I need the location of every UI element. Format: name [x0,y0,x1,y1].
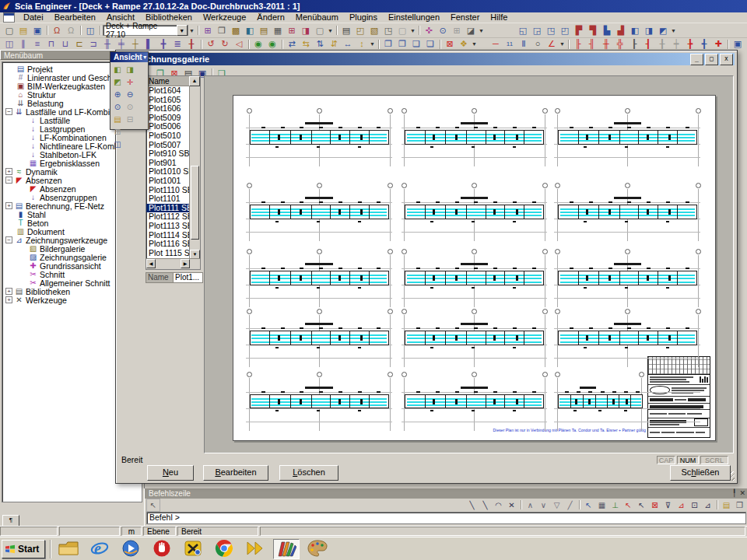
name-field-value[interactable]: Plot1... [174,272,203,283]
member-tool-2-icon[interactable]: ∥ [16,37,30,51]
modify-1-icon[interactable]: ↺ [204,37,218,51]
app-titlebar[interactable]: Scia Engineer - [Deck + Rampe 27.10.12-2… [0,0,747,12]
collapse-icon[interactable]: − [5,236,12,243]
zoom-selection-icon[interactable]: ⊙ [124,101,136,114]
member-tool-13-icon[interactable]: ≣ [170,37,184,51]
taskbar-item-paint-palette[interactable] [304,539,331,559]
win-arrange-3-icon[interactable]: ◳ [544,24,558,37]
member-tool-4-icon[interactable]: ⊓ [44,37,58,51]
rebar-7-icon[interactable]: ╂ [655,37,669,51]
drawing-preview[interactable]: Dieser Plan ist nur in Verbindung mit Pl… [204,75,734,453]
rebar-4-icon[interactable]: ╬ [613,37,627,51]
zoom-all-icon[interactable]: ⊙ [111,101,124,114]
list-item[interactable]: Plot1113 SB [146,222,190,231]
snap-cursor-icon[interactable]: ↖ [582,499,595,512]
tool-gallery-icon[interactable]: ▤ [257,24,271,37]
member-tool-1-icon[interactable]: ◫ [2,37,16,51]
view-x-icon[interactable]: ◧ [111,64,124,76]
expand-icon[interactable]: + [5,288,12,295]
snap-cross-icon[interactable]: ✕ [505,499,518,512]
taskbar-item-scia-engineer[interactable] [273,539,300,559]
expand-icon[interactable]: + [5,296,12,303]
angle-tool-icon[interactable]: ∠ [545,37,559,51]
combo-dropdown-icon[interactable]: ▼ [177,25,188,36]
grid-icon[interactable]: ⊞ [450,24,464,37]
tool-frame-icon[interactable]: ◨ [299,24,313,37]
circle-tool-icon[interactable]: ○ [531,37,545,51]
collapse-icon[interactable]: − [5,177,12,184]
undo-icon[interactable]: Ω [50,24,64,37]
project-combo[interactable]: Deck + Rampe 27.10▼ [103,25,188,36]
pin-panel-icon[interactable]: ╿ [732,488,736,499]
snap-tan-icon[interactable]: ⊿ [675,499,688,512]
list-item[interactable]: Plot 1115 SB [146,249,190,258]
rebar-9-icon[interactable]: ╊ [683,37,697,51]
member-tool-10-icon[interactable]: ┼ [128,37,142,51]
modify-2-icon[interactable]: ↻ [218,37,232,51]
move-2-icon[interactable]: ⇆ [299,37,313,51]
scroll-right-icon[interactable]: ▶ [181,259,190,268]
snap-grid-icon[interactable]: ▦ [595,499,608,512]
menu-item-menbaum[interactable]: Menübaum [290,12,344,23]
document-icon[interactable]: ◳ [381,24,395,37]
list-item[interactable]: Plot5010 [146,131,190,141]
rebar-1-icon[interactable]: ╟ [571,37,585,51]
delete-tool-icon[interactable]: ⊠ [443,37,457,51]
snap-list-icon[interactable]: ❐ [733,499,746,512]
menu-item-einstellungen[interactable]: Einstellungen [383,12,445,23]
member-tool-5-icon[interactable]: ⊔ [58,37,72,51]
move-1-icon[interactable]: ⇄ [285,37,299,51]
rebar-8-icon[interactable]: ┿ [669,37,683,51]
list-item[interactable]: Plot910 SB [146,149,190,159]
mark-tool-icon[interactable]: ❖ [457,37,471,51]
expand-icon[interactable]: + [5,202,12,209]
tool-section-icon[interactable]: ◧ [243,24,257,37]
line-tool-icon[interactable]: ─ [489,37,503,51]
list-item[interactable]: Plot1001 [146,177,190,186]
member-tool-8-icon[interactable]: ╫ [100,37,114,51]
taskbar-item-red-hand[interactable] [149,539,175,559]
snap-folder-icon[interactable]: ▤ [720,499,733,512]
rebar-5-icon[interactable]: ┠ [627,37,641,51]
menu-item-plugins[interactable]: Plugins [344,12,383,23]
win-arrange-7-icon[interactable]: ▙ [600,24,614,37]
win-arrange-1-icon[interactable]: ◱ [516,24,530,37]
maximize-button[interactable]: □ [705,54,718,65]
cascade-1-icon[interactable]: ❐ [381,37,395,51]
new-icon[interactable]: ▢ [2,24,16,37]
expand-icon[interactable]: + [5,168,12,175]
neu-button[interactable]: Neu [147,465,194,481]
vertical-scrollbar[interactable]: ▼ [189,86,200,259]
child-window-icon[interactable] [3,12,15,23]
ansicht-palette-titlebar[interactable]: Ansicht ▼ [110,52,148,62]
list-item[interactable]: Plot1116 SB [146,240,190,249]
print-view-icon[interactable]: ⊟ [124,114,136,126]
tool-markup-icon[interactable]: ⊞ [201,24,215,37]
axis-icon[interactable]: ✛ [124,76,136,89]
rebar-2-icon[interactable]: ╢ [585,37,599,51]
cascade-3-icon[interactable]: ❏ [409,37,423,51]
taskbar-item-yellow-tools[interactable] [180,539,206,559]
win-arrange-6-icon[interactable]: ▜ [586,24,600,37]
win-arrange-11-icon[interactable]: ◩ [656,24,670,37]
snap-vertex-icon[interactable]: ∨ [537,499,550,512]
tool-mesh-icon[interactable]: ▦ [271,24,285,37]
dropdown-arrow-icon[interactable]: ▼ [409,25,416,36]
rebar-11-icon[interactable]: ✚ [711,37,725,51]
connect-1-icon[interactable]: ◉ [251,37,265,51]
report-icon[interactable]: ▢ [395,24,409,37]
print-preview-icon[interactable]: ◰ [353,24,367,37]
menu-item-datei[interactable]: Datei [18,12,49,23]
pointer-icon[interactable]: ↖ [146,499,160,512]
member-tool-3-icon[interactable]: ≡ [30,37,44,51]
snap-diag-icon[interactable]: ╱ [563,499,577,512]
zoom-out-icon[interactable]: ⊖ [124,89,136,101]
link-icon[interactable]: ✜ [422,24,436,37]
rebar-10-icon[interactable]: ╉ [697,37,711,51]
save-icon[interactable]: ▣ [30,24,44,37]
move-6-icon[interactable]: ↕ [355,37,369,51]
dropdown-arrow-icon[interactable]: ▼ [559,39,566,50]
menu-item-ndern[interactable]: Ändern [251,12,289,23]
member-tool-7-icon[interactable]: ⊐ [86,37,100,51]
snap-peak-icon[interactable]: ∧ [524,499,537,512]
